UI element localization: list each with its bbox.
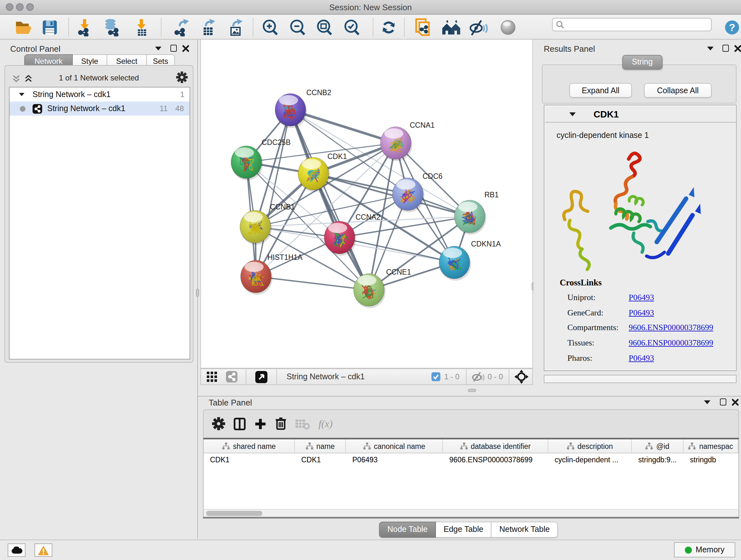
node-CDK1[interactable]: CDK1 [298,152,347,192]
table-cell[interactable]: CDK1 [204,453,295,468]
float-panel-icon[interactable] [171,45,177,52]
birdseye-grid-icon[interactable] [207,371,218,382]
node-HIST1H1A[interactable]: HIST1H1A [241,253,303,295]
edge-count: 48 [175,104,184,113]
panel-menu-icon[interactable] [707,47,714,51]
results-tab-string[interactable]: String [622,55,662,70]
import-table-icon[interactable] [131,18,151,37]
node-count: 11 [159,104,167,113]
crosslink-row: Compartments:9606.ENSP00000378699 [567,323,713,333]
node-CCNB1[interactable]: CCNB1 [240,203,295,245]
float-panel-icon[interactable] [720,398,726,406]
column-header-shared-name[interactable]: shared name [204,439,295,453]
delete-column-icon[interactable] [275,417,286,430]
node-CCNA1[interactable]: CCNA1 [381,121,434,161]
node-RB1[interactable]: RB1 [455,191,499,235]
table-cell[interactable]: stringdb [684,453,738,468]
network-tree-root-row[interactable]: String Network – cdk1 1 [10,87,190,102]
hidden-eye-icon[interactable] [472,372,484,382]
table-cell[interactable]: 9606.ENSP00000378699 [443,453,548,468]
edge-CDK1-RB1[interactable] [313,174,470,216]
import-network-file-icon[interactable] [74,18,94,37]
help-icon[interactable]: ? [722,18,741,37]
table-h-scrollbar[interactable] [203,509,739,517]
tab-network-table[interactable]: Network Table [492,522,558,538]
warnings-button[interactable] [35,543,52,557]
network-tree-row[interactable]: String Network – cdk1 11 48 [10,102,190,116]
open-in-window-icon[interactable] [255,371,267,383]
close-panel-icon[interactable] [182,45,190,52]
network-view-icon[interactable] [226,371,238,382]
panel-menu-icon[interactable] [704,400,711,404]
table-cell[interactable]: cyclin-dependent ... [548,453,632,468]
panel-splitter-handle[interactable] [196,289,199,297]
edge-HIST1H1A-CCNE1[interactable] [256,276,369,290]
hidden-counts: 0 - 0 [488,372,503,381]
delete-table-icon[interactable] [295,418,310,429]
tree-expander-icon[interactable] [19,93,24,96]
crosslink-value-link[interactable]: 9606.ENSP00000378699 [629,323,713,332]
network-view-canvas[interactable]: CCNB2CCNA1CDC25BCDK1CDC6RB1CCNB1CCNA2CDK… [200,40,533,368]
scrollbar-thumb[interactable] [206,511,262,516]
edge-CCNA2-CDKN1A[interactable] [340,238,455,262]
search-input[interactable] [564,21,711,28]
results-content-box: CDK1 cyclin-dependent kinase 1 [544,105,737,371]
crosslink-value-link[interactable]: P06493 [629,307,654,317]
fit-selected-crosshair-icon[interactable] [515,370,529,384]
close-panel-icon[interactable] [731,398,739,406]
export-table-icon[interactable] [198,18,218,37]
cloud-button[interactable] [8,543,25,557]
table-cell[interactable]: stringdb:9... [632,453,684,468]
function-builder-icon[interactable]: f(x) [319,418,333,429]
column-type-icon [363,442,370,449]
column-header--id[interactable]: @id [632,439,684,453]
refresh-icon[interactable] [379,18,399,37]
zoom-selected-icon[interactable] [341,18,362,37]
network-options-gear-icon[interactable] [176,71,188,83]
crosslink-value-link[interactable]: 9606.ENSP00000378699 [629,338,713,348]
table-cell[interactable]: P06493 [346,453,443,468]
zoom-out-icon[interactable] [287,18,308,37]
column-header-database-identifier[interactable]: database identifier [443,439,548,453]
collapse-all-button[interactable]: Collapse All [644,83,712,98]
add-column-icon[interactable] [254,417,267,430]
crosslink-value-link[interactable]: P06493 [629,293,654,302]
import-network-database-icon[interactable] [102,18,122,37]
column-header-description[interactable]: description [548,439,632,453]
float-panel-icon[interactable] [723,45,729,52]
column-header-name[interactable]: name [295,439,346,453]
selected-nodes-checkbox-icon[interactable] [431,372,441,381]
clone-network-icon[interactable] [413,18,433,37]
column-header-canonical-name[interactable]: canonical name [346,439,443,453]
search-box[interactable] [552,18,712,31]
node-CCNB2[interactable]: CCNB2 [275,88,331,128]
zoom-fit-icon[interactable] [314,18,334,37]
houses-icon[interactable] [441,18,461,37]
show-all-icon[interactable] [498,18,518,37]
memory-button[interactable]: Memory [674,542,735,557]
crosslink-value-link[interactable]: P06493 [629,353,654,363]
save-session-icon[interactable] [40,18,60,37]
zoom-in-icon[interactable] [260,18,280,37]
table-cell[interactable]: CDK1 [295,453,346,468]
node-CDKN1A[interactable]: CDKN1A [439,240,501,281]
export-network-icon[interactable] [172,18,192,37]
gene-entry-header[interactable]: CDK1 [545,106,737,123]
table-settings-gear-icon[interactable] [212,417,225,430]
horizontal-splitter-handle[interactable] [468,389,476,392]
export-image-icon[interactable] [225,18,246,37]
hide-selected-icon[interactable] [468,18,489,37]
expand-all-button[interactable]: Expand All [569,83,632,98]
crosslink-label: Tissues: [567,338,629,348]
network-view-title: String Network – cdk1 [286,372,365,381]
column-header-namespac[interactable]: namespac [684,439,738,453]
select-columns-icon[interactable] [233,417,246,430]
results-buttons-box: Expand All Collapse All [542,64,737,104]
tab-edge-table[interactable]: Edge Table [436,522,492,538]
panel-menu-icon[interactable] [155,47,161,51]
open-session-icon[interactable] [13,18,34,37]
collapse-entry-icon[interactable] [569,112,576,116]
table-row[interactable]: CDK1CDK1P064939606.ENSP00000378699cyclin… [204,453,738,468]
close-panel-icon[interactable] [734,45,741,52]
tab-node-table[interactable]: Node Table [379,522,436,538]
